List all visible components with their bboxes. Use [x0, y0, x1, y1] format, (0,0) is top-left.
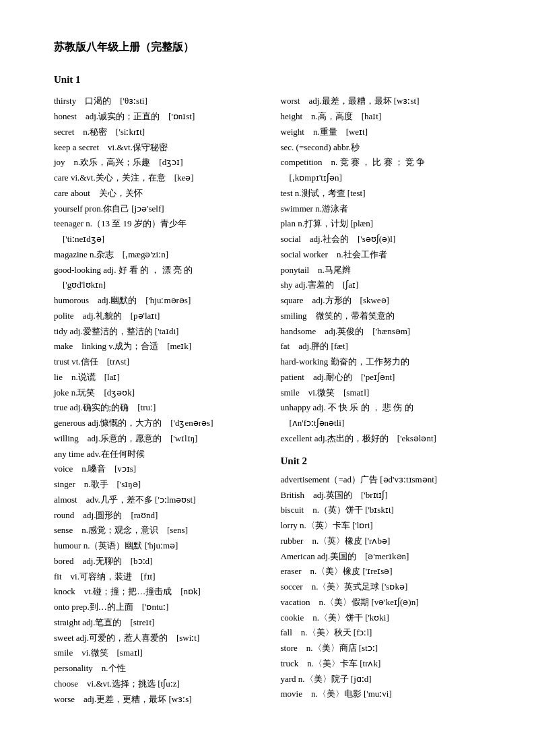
- list-item: patient adj.耐心的 ['peɪʃənt]: [281, 370, 494, 385]
- list-item: voice n.嗓音 [vɔɪs]: [54, 462, 267, 477]
- list-item: store n.〈美〉商店 [stɔː]: [281, 641, 494, 656]
- list-item: make linking v.成为；合适 [meɪk]: [54, 339, 267, 354]
- list-item: singer n.歌手 ['sɪŋə]: [54, 477, 267, 493]
- list-item: competition n. 竞 赛 ， 比 赛 ； 竞 争: [281, 155, 494, 170]
- list-item: honest adj.诚实的；正直的 ['ɒnɪst]: [54, 109, 267, 125]
- list-item: smile vi.微笑 [smaɪl]: [281, 385, 494, 401]
- list-item: plan n.打算，计划 [plæn]: [281, 216, 494, 232]
- list-item: test n.测试，考查 [test]: [281, 186, 494, 201]
- list-item: care about 关心，关怀: [54, 186, 267, 201]
- list-item: humour n.（英语）幽默 ['hjuːmə]: [54, 538, 267, 554]
- list-item: fat adj.胖的 [fæt]: [281, 339, 494, 354]
- list-item: excellent adj.杰出的，极好的 ['eksələnt]: [281, 431, 494, 447]
- list-item: round adj.圆形的 [raʊnd]: [54, 508, 267, 524]
- list-item: British adj.英国的 ['brɪtɪʃ]: [281, 488, 494, 503]
- list-item: worst adj.最差，最糟，最坏 [wɜːst]: [281, 94, 494, 109]
- list-item: vacation n.〈美〉假期 [və'keɪʃ(ə)n]: [281, 595, 494, 610]
- list-item: shy adj.害羞的 [ʃaɪ]: [281, 278, 494, 293]
- list-item: rubber n.〈英〉橡皮 ['rʌbə]: [281, 534, 494, 549]
- list-item: magazine n.杂志 [ˌmægə'ziːn]: [54, 247, 267, 263]
- list-item: true adj.确实的;的确 [truː]: [54, 400, 267, 416]
- list-item: social worker n.社会工作者: [281, 247, 494, 263]
- list-item: fall n.〈美〉秋天 [fɔːl]: [281, 625, 494, 641]
- list-item: social adj.社会的 ['səʊʃ(ə)l]: [281, 232, 494, 247]
- list-item: sweet adj.可爱的，惹人喜爱的 [swiːt]: [54, 631, 267, 646]
- list-item: yourself pron.你自己 [jɔə'self]: [54, 201, 267, 217]
- list-item: thirsty 口渴的 ['θɜːsti]: [54, 94, 267, 109]
- list-item: eraser n.〈美〉橡皮 ['ɪreɪsə]: [281, 564, 494, 579]
- list-item: movie n.〈美〉电影 ['muːvi]: [281, 687, 494, 702]
- list-item: care vi.&vt.关心，关注，在意 [keə]: [54, 170, 267, 186]
- list-item: ['gʊd'lʊkɪn]: [54, 278, 267, 293]
- list-item: willing adj.乐意的，愿意的 ['wɪlɪŋ]: [54, 431, 267, 447]
- list-item: ['tiːneɪdʒə]: [54, 232, 267, 247]
- left-column: Unit 1 thirsty 口渴的 ['θɜːsti]honest adj.诚…: [54, 68, 267, 707]
- list-item: almost adv.几乎，差不多 ['ɔːlməʊst]: [54, 493, 267, 508]
- list-item: worse adj.更差，更糟，最坏 [wɜːs]: [54, 692, 267, 707]
- list-item: any time adv.在任何时候: [54, 447, 267, 462]
- list-item: height n.高，高度 [haɪt]: [281, 109, 494, 125]
- list-item: onto prep.到…的上面 ['ɒntuː]: [54, 600, 267, 615]
- list-item: bored adj.无聊的 [bɔːd]: [54, 554, 267, 569]
- list-item: truck n.〈美〉卡车 [trʌk]: [281, 656, 494, 672]
- list-item: sec. (=second) abbr.秒: [281, 140, 494, 156]
- list-item: unhappy adj. 不 快 乐 的 ， 悲 伤 的: [281, 400, 494, 416]
- list-item: smiling 微笑的，带着笑意的: [281, 309, 494, 324]
- list-item: straight adj.笔直的 [streɪt]: [54, 615, 267, 631]
- list-item: advertisement（=ad）广告 [əd'vɜːtɪsmənt]: [281, 472, 494, 488]
- list-item: choose vi.&vt.选择；挑选 [tʃuːz]: [54, 676, 267, 692]
- list-item: swimmer n.游泳者: [281, 201, 494, 217]
- list-item: ponytail n.马尾辫: [281, 263, 494, 278]
- list-item: joy n.欢乐，高兴；乐趣 [dʒɔɪ]: [54, 155, 267, 170]
- list-item: joke n.玩笑 [dʒəʊk]: [54, 385, 267, 401]
- list-item: good-looking adj. 好 看 的 ， 漂 亮 的: [54, 263, 267, 278]
- list-item: handsome adj.英俊的 ['hænsəm]: [281, 324, 494, 340]
- list-item: soccer n.〈美〉英式足球 ['sɒkə]: [281, 579, 494, 595]
- list-item: yard n.〈美〉院子 [jɑːd]: [281, 672, 494, 687]
- list-item: polite adj.礼貌的 [pə'laɪt]: [54, 309, 267, 324]
- list-item: teenager n.（13 至 19 岁的）青少年: [54, 216, 267, 232]
- list-item: generous adj.慷慨的，大方的 ['dʒenərəs]: [54, 416, 267, 431]
- list-item: tidy adj.爱整洁的，整洁的 ['taɪdi]: [54, 324, 267, 340]
- list-item: trust vt.信任 [trʌst]: [54, 354, 267, 370]
- list-item: personality n.个性: [54, 661, 267, 676]
- page-title: 苏教版八年级上册（完整版）: [54, 40, 494, 55]
- list-item: weight n.重量 [weɪt]: [281, 125, 494, 140]
- list-item: square adj.方形的 [skweə]: [281, 293, 494, 309]
- list-item: American adj.美国的 [ə'merɪkən]: [281, 549, 494, 565]
- list-item: fit vi.可容纳，装进 [fɪt]: [54, 569, 267, 585]
- right-unit2-entries: advertisement（=ad）广告 [əd'vɜːtɪsmənt]Brit…: [281, 472, 494, 702]
- list-item: hard-working 勤奋的，工作努力的: [281, 354, 494, 370]
- list-item: [ʌn'fɔːtʃənətli]: [281, 416, 494, 431]
- list-item: [ˌkɒmpɪ'tɪʃən]: [281, 170, 494, 186]
- list-item: humorous adj.幽默的 ['hjuːmərəs]: [54, 293, 267, 309]
- list-item: sense n.感觉；观念，意识 [sens]: [54, 523, 267, 538]
- unit1-title-left: Unit 1: [54, 71, 267, 88]
- list-item: knock vt.碰；撞；把…撞击成 [nɒk]: [54, 584, 267, 600]
- list-item: cookie n.〈美〉饼干 ['kʊki]: [281, 610, 494, 626]
- list-item: biscuit n.（英）饼干 ['bɪskɪt]: [281, 503, 494, 518]
- list-item: keep a secret vi.&vt.保守秘密: [54, 140, 267, 156]
- list-item: lie n.说谎 [laɪ]: [54, 370, 267, 385]
- unit2-title: Unit 2: [281, 452, 494, 470]
- right-column: Unit 1 worst adj.最差，最糟，最坏 [wɜːst]height …: [281, 68, 494, 707]
- left-entries: thirsty 口渴的 ['θɜːsti]honest adj.诚实的；正直的 …: [54, 94, 267, 707]
- right-entries: worst adj.最差，最糟，最坏 [wɜːst]height n.高，高度 …: [281, 94, 494, 446]
- list-item: secret n.秘密 ['siːkrɪt]: [54, 125, 267, 140]
- list-item: smile vi.微笑 [smaɪl]: [54, 645, 267, 661]
- list-item: lorry n.〈英〉卡车 ['lɒri]: [281, 518, 494, 534]
